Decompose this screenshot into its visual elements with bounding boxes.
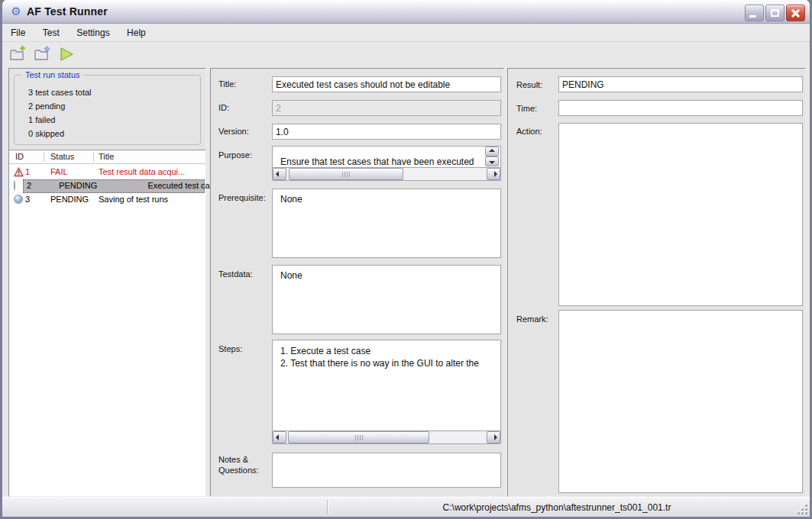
play-icon (57, 45, 76, 63)
thumb-grip (355, 435, 363, 440)
column-header-status[interactable]: Status (50, 152, 74, 161)
title-label: Title: (218, 79, 269, 89)
maximize-button[interactable] (765, 5, 785, 21)
minimize-icon (749, 15, 756, 18)
new-test-run-button[interactable] (8, 45, 28, 65)
title-bar[interactable]: ⚙ AF Test Runner (2, 0, 810, 24)
result-input[interactable] (558, 76, 803, 92)
cell-id: 2 (27, 181, 31, 190)
menu-help[interactable]: Help (120, 24, 153, 41)
folder-new-icon (8, 45, 27, 63)
test-result-panel: Result: Time: Action: Remark: (507, 68, 806, 497)
test-case-details-panel: Title: ID: Version: Purpose: Ensure that… (210, 68, 504, 497)
test-run-status-groupbox: Test run status 3 test cases total 2 pen… (14, 75, 201, 145)
table-row-testcase-3[interactable]: 3 PENDING Saving of test runs (9, 193, 205, 207)
scroll-up-button[interactable] (485, 147, 499, 156)
test-case-table: ID Status Title 1 FAIL Test result data … (9, 150, 205, 496)
testdata-label: Testdata: (218, 269, 269, 279)
app-gear-icon: ⚙ (9, 5, 23, 18)
column-separator[interactable] (44, 152, 44, 162)
column-header-id[interactable]: ID (15, 152, 24, 161)
maximize-icon (771, 9, 779, 17)
notes-textarea[interactable] (272, 453, 501, 488)
purpose-vscrollbar[interactable] (485, 147, 499, 167)
cell-title: Test result data acqui... (99, 167, 185, 176)
action-textarea[interactable] (558, 123, 803, 306)
up-arrow-icon (489, 149, 495, 152)
table-header: ID Status Title (9, 150, 205, 164)
close-button[interactable] (786, 5, 805, 21)
purpose-label: Purpose: (218, 150, 269, 160)
column-separator[interactable] (93, 152, 94, 162)
menu-test[interactable]: Test (36, 24, 66, 41)
toolbar (2, 43, 810, 67)
version-input[interactable] (272, 124, 501, 140)
window-title: AF Test Runner (27, 5, 108, 18)
groupbox-title: Test run status (22, 70, 83, 79)
scroll-left-button[interactable] (273, 168, 286, 180)
purpose-hscrollbar[interactable] (272, 168, 501, 181)
id-label: ID: (218, 102, 269, 113)
table-row-testcase-1[interactable]: 1 FAIL Test result data acqui... (9, 166, 205, 179)
scroll-right-button[interactable] (487, 168, 500, 180)
down-arrow-icon (489, 161, 495, 164)
id-input (272, 100, 501, 116)
status-skipped: 0 skipped (28, 129, 64, 138)
menu-bar: File Test Settings Help (2, 24, 810, 42)
resize-grip[interactable] (797, 504, 807, 514)
pending-icon (14, 195, 23, 204)
minimize-button[interactable] (745, 5, 764, 21)
purpose-textarea[interactable]: Ensure that test cases that have been ex… (272, 146, 501, 168)
status-bar: C:\work\projects\afms_python\aftestrunne… (2, 497, 810, 517)
notes-label: Notes & Questions: (218, 454, 264, 475)
status-total: 3 test cases total (28, 88, 92, 97)
test-run-panel: Test run status 3 test cases total 2 pen… (8, 68, 206, 497)
menu-settings[interactable]: Settings (70, 24, 116, 41)
app-window: ⚙ AF Test Runner File Test Settings Help (0, 0, 812, 519)
statusbar-file-path: C:\work\projects\afms_python\aftestrunne… (327, 502, 787, 513)
status-pending: 2 pending (28, 102, 65, 111)
right-arrow-icon (494, 434, 497, 440)
scroll-track[interactable] (286, 168, 487, 180)
cell-id: 1 (25, 167, 30, 176)
cell-status: FAIL (50, 167, 68, 176)
scroll-track[interactable] (286, 431, 487, 443)
cell-title: Saving of test runs (99, 195, 168, 204)
warning-icon (14, 167, 24, 177)
cell-status: PENDING (50, 195, 89, 204)
pending-icon (14, 180, 15, 191)
menu-file[interactable]: File (4, 24, 32, 41)
steps-textarea[interactable]: 1. Execute a test case 2. Test that ther… (272, 340, 501, 431)
steps-hscrollbar[interactable] (272, 431, 501, 444)
prerequisite-label: Prerequisite: (218, 192, 269, 203)
column-header-title[interactable]: Title (99, 152, 114, 161)
title-input[interactable] (272, 76, 501, 92)
right-arrow-icon (494, 171, 497, 177)
scroll-down-button[interactable] (485, 156, 499, 166)
scroll-thumb[interactable] (288, 431, 429, 443)
left-arrow-icon (276, 171, 279, 177)
run-test-button[interactable] (57, 45, 77, 65)
scroll-right-button[interactable] (487, 431, 500, 443)
open-test-run-button[interactable] (33, 45, 53, 65)
version-label: Version: (218, 126, 269, 137)
left-arrow-icon (276, 434, 279, 440)
status-failed: 1 failed (28, 115, 55, 124)
steps-label: Steps: (218, 343, 269, 354)
scroll-thumb[interactable] (289, 168, 403, 180)
cell-status: PENDING (59, 181, 97, 190)
testdata-textarea[interactable]: None (272, 265, 501, 334)
thumb-grip (342, 172, 350, 177)
cell-id: 3 (25, 195, 30, 204)
scroll-left-button[interactable] (273, 431, 286, 443)
time-input[interactable] (558, 100, 803, 116)
folder-open-icon (33, 45, 51, 63)
table-row-testcase-2[interactable]: 2 PENDING Executed test cases sh... (9, 179, 205, 193)
prerequisite-textarea[interactable]: None (272, 189, 501, 258)
remark-textarea[interactable] (558, 310, 803, 493)
